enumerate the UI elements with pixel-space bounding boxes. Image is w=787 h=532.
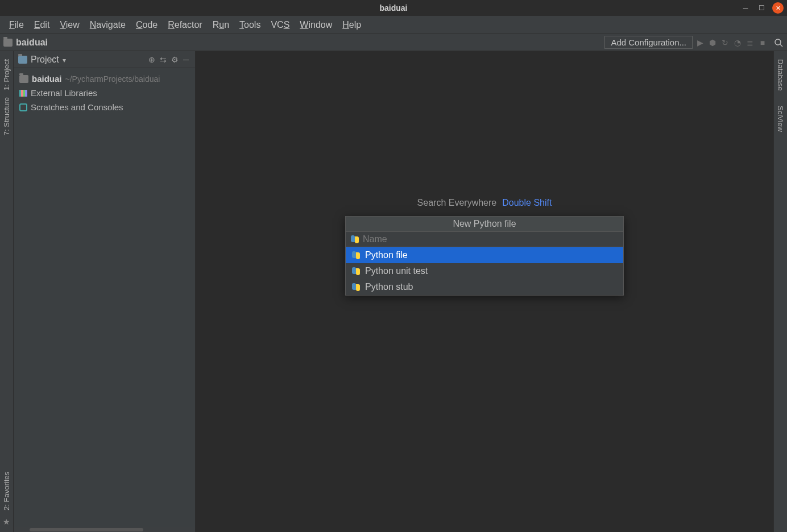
hint-key: Double Shift [502,198,552,208]
stop-icon[interactable]: ■ [757,38,768,48]
minimize-button[interactable]: ─ [740,3,751,13]
popup-options-list: Python file Python unit test Python stub [346,247,623,295]
collapse-icon[interactable]: ⇆ [159,55,168,64]
project-tree[interactable]: baiduai ~/PycharmProjects/baiduai Extern… [14,68,195,118]
profile-icon[interactable]: ◔ [732,38,743,48]
project-panel-scrollbar[interactable] [14,527,195,532]
scratches-icon [19,103,27,111]
titlebar: baiduai ─ ☐ ✕ [0,0,787,16]
editor-area: Search Everywhere Double Shift New Pytho… [196,51,773,532]
rail-project[interactable]: 1: Project [2,56,11,94]
menu-edit[interactable]: Edit [30,18,55,32]
rail-database[interactable]: Database [776,56,785,94]
python-icon [351,267,361,276]
concurrency-icon[interactable]: ≣ [745,38,755,48]
main-area: 1: Project 7: Structure 2: Favorites ★ P… [0,51,787,532]
filename-input[interactable] [363,234,619,244]
popup-option-python-unit-test[interactable]: Python unit test [346,263,623,279]
menu-window[interactable]: Window [295,18,337,32]
right-tool-rail: Database SciView [773,51,787,532]
left-tool-rail: 1: Project 7: Structure 2: Favorites ★ [0,51,14,532]
close-button[interactable]: ✕ [772,2,784,14]
menu-refactor[interactable]: Refactor [163,18,206,32]
libraries-icon [19,90,27,97]
project-tool-window: Project ⊕ ⇆ ⚙ ─ baiduai ~/PycharmProject… [14,51,196,532]
hint-label: Search Everywhere [417,198,497,208]
popup-title: New Python file [346,217,623,232]
rail-favorites[interactable]: 2: Favorites [2,468,11,514]
popup-option-python-stub[interactable]: Python stub [346,279,623,295]
gear-icon[interactable]: ⚙ [170,55,179,64]
window-controls: ─ ☐ ✕ [740,2,784,14]
tree-scratches[interactable]: Scratches and Consoles [14,100,195,114]
popup-option-python-file[interactable]: Python file [346,247,623,263]
project-view-icon [18,56,27,64]
python-icon [351,251,361,260]
search-everywhere-hint: Search Everywhere Double Shift [417,198,552,208]
popup-option-label: Python unit test [365,266,428,276]
popup-input-row [346,232,623,247]
star-icon: ★ [3,517,10,526]
popup-option-label: Python stub [365,282,413,292]
tree-root-path: ~/PycharmProjects/baiduai [65,74,160,84]
tree-external-libs-label: External Libraries [31,88,97,98]
folder-icon [3,39,13,47]
maximize-button[interactable]: ☐ [756,3,767,13]
chevron-down-icon[interactable] [63,55,66,64]
tree-root[interactable]: baiduai ~/PycharmProjects/baiduai [14,72,195,86]
run-icon[interactable]: ▶ [695,38,705,48]
python-icon [351,282,361,292]
menubar: File Edit View Navigate Code Refactor Ru… [0,16,787,34]
tree-external-libraries[interactable]: External Libraries [14,86,195,100]
scrollbar-thumb[interactable] [30,528,143,531]
locate-icon[interactable]: ⊕ [147,55,156,64]
menu-file[interactable]: File [5,18,28,32]
project-panel-title[interactable]: Project [31,55,59,65]
folder-icon [19,75,28,83]
menu-view[interactable]: View [55,18,84,32]
rail-structure[interactable]: 7: Structure [2,94,11,139]
menu-code[interactable]: Code [131,18,162,32]
add-configuration-button[interactable]: Add Configuration... [604,36,693,49]
project-panel-header: Project ⊕ ⇆ ⚙ ─ [14,51,195,68]
window-title: baiduai [379,3,407,13]
breadcrumb-project[interactable]: baiduai [16,38,48,48]
debug-icon[interactable]: ⬢ [707,38,718,48]
tree-root-name: baiduai [32,74,62,84]
rail-sciview[interactable]: SciView [776,102,785,135]
python-icon [350,235,359,244]
svg-point-0 [775,39,781,45]
menu-navigate[interactable]: Navigate [85,18,130,32]
menu-tools[interactable]: Tools [235,18,265,32]
menu-vcs[interactable]: VCS [266,18,294,32]
new-python-file-popup: New Python file Python file Python unit … [345,216,624,296]
hide-icon[interactable]: ─ [181,55,190,64]
navbar: baiduai Add Configuration... ▶ ⬢ ↻ ◔ ≣ ■ [0,34,787,51]
menu-run[interactable]: Run [208,18,234,32]
svg-line-1 [780,44,782,47]
menu-help[interactable]: Help [338,18,366,32]
search-icon[interactable] [773,38,784,48]
coverage-icon[interactable]: ↻ [720,38,730,48]
popup-option-label: Python file [365,250,408,260]
tree-scratches-label: Scratches and Consoles [31,102,123,112]
